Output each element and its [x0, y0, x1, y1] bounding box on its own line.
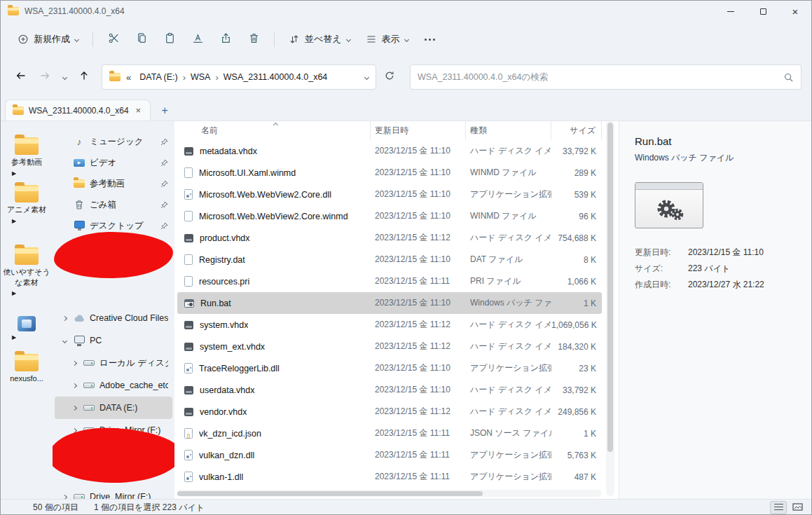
file-row[interactable]: Run.bat2023/12/15 金 11:10Windows バッチ ファ.…	[177, 292, 602, 314]
horizontal-scrollbar[interactable]	[177, 490, 602, 497]
breadcrumb-item[interactable]: DATA (E:)	[135, 70, 181, 84]
file-row[interactable]: Microsoft.Web.WebView2.Core.dll2023/12/1…	[177, 184, 602, 205]
address-bar: « DATA (E:)›WSA›WSA_2311.40000.4.0_x64	[1, 57, 811, 97]
file-row[interactable]: vulkan_dzn.dll2023/12/15 金 11:11アプリケーション…	[177, 444, 602, 466]
file-row[interactable]: Microsoft.Web.WebView2.Core.winmd2023/12…	[177, 205, 602, 227]
chevron-right-icon[interactable]	[62, 315, 67, 320]
chevron-right-icon[interactable]	[71, 360, 76, 365]
sidebar-item[interactable]: Drive_Miror (F:)	[55, 486, 172, 499]
sidebar-item-label: ローカル ディスク (C:)	[99, 357, 168, 369]
new-tab-button[interactable]: +	[155, 101, 174, 121]
file-row[interactable]: TraceReloggerLib.dll2023/12/15 金 11:10アプ…	[177, 357, 602, 379]
scrollbar-thumb[interactable]	[607, 123, 613, 452]
column-header-size[interactable]: サイズ	[551, 121, 602, 140]
scrollbar-thumb[interactable]	[177, 491, 483, 496]
breadcrumb-item[interactable]: WSA	[186, 70, 214, 84]
cut-button[interactable]	[100, 27, 127, 51]
desktop-icon	[74, 221, 85, 228]
expander-icon[interactable]: ▶	[12, 290, 16, 296]
folder-icon	[109, 73, 121, 81]
item-count: 50 個の項目	[33, 502, 78, 514]
file-date: 2023/12/15 金 11:12	[371, 341, 466, 352]
desktop-item-label: アニメ素材	[7, 205, 46, 215]
file-name: product.vhdx	[200, 233, 250, 243]
file-row[interactable]: product.vhdx2023/12/15 金 11:12ハード ディスク イ…	[177, 227, 602, 249]
chevron-right-icon[interactable]	[71, 383, 76, 387]
file-row[interactable]: userdata.vhdx2023/12/15 金 11:10ハード ディスク …	[177, 379, 602, 401]
search-input[interactable]	[418, 72, 779, 82]
preview-pane: Run.bat Windows バッチ ファイル	[619, 121, 811, 499]
tab-close-icon[interactable]: ×	[134, 106, 144, 115]
file-type: アプリケーション拡張	[466, 188, 551, 200]
back-button[interactable]	[11, 67, 32, 88]
expander-icon[interactable]: ▶	[12, 334, 16, 341]
copy-button[interactable]	[128, 27, 155, 51]
desktop-item[interactable]: 使いやすそうな素材▶	[2, 247, 51, 297]
file-row[interactable]: Registry.dat2023/12/15 金 11:10DAT ファイル8 …	[177, 249, 602, 270]
expander-icon[interactable]: ▶	[12, 218, 16, 224]
chevron-down-icon	[74, 36, 79, 41]
sidebar-item[interactable]: Adobe_cache_etc (D:	[55, 374, 172, 397]
minimize-button[interactable]	[715, 1, 747, 22]
sidebar-item[interactable]: ▶ビデオ	[55, 152, 172, 173]
more-button[interactable]	[417, 27, 443, 51]
view-button[interactable]: 表示	[359, 27, 415, 51]
pin-icon[interactable]	[160, 180, 168, 188]
sidebar-item[interactable]: ごみ箱	[55, 194, 172, 215]
sidebar-item[interactable]: ♪ミュージック	[55, 131, 172, 152]
paste-button[interactable]	[156, 27, 183, 51]
desktop-item[interactable]: ▶	[2, 316, 51, 341]
file-date: 2023/12/15 金 11:12	[371, 406, 466, 418]
breadcrumb-item[interactable]: WSA_2311.40000.4.0_x64	[219, 70, 332, 84]
file-row[interactable]: system_ext.vhdx2023/12/15 金 11:12ハード ディス…	[177, 336, 602, 357]
thumbnail-view-button[interactable]	[789, 501, 806, 514]
file-row[interactable]: {}vk_dzn_icd.json2023/12/15 金 11:11JSON …	[177, 423, 602, 444]
column-header-date[interactable]: 更新日時	[371, 121, 466, 140]
cloud-icon	[74, 315, 85, 322]
refresh-button[interactable]	[379, 67, 400, 88]
expander-icon[interactable]: ▶	[12, 170, 16, 177]
breadcrumb-dropdown-icon[interactable]	[364, 74, 369, 79]
up-button[interactable]	[74, 67, 95, 88]
file-row[interactable]: vendor.vhdx2023/12/15 金 11:12ハード ディスク イメ…	[177, 401, 602, 423]
maximize-button[interactable]	[747, 1, 779, 22]
sidebar-item[interactable]: Creative Cloud Files	[55, 307, 172, 329]
file-row[interactable]: system.vhdx2023/12/15 金 11:12ハード ディスク イメ…	[177, 314, 602, 336]
rename-button[interactable]	[184, 27, 211, 51]
pin-icon[interactable]	[160, 159, 168, 167]
pin-icon[interactable]	[160, 201, 168, 209]
desktop-item[interactable]: nexusfo...	[2, 354, 51, 384]
disk-image-file-icon	[184, 408, 193, 416]
file-row[interactable]: vulkan-1.dll2023/12/15 金 11:11アプリケーション拡張…	[177, 466, 602, 488]
chevron-right-icon[interactable]	[71, 405, 76, 410]
chevron-down-icon[interactable]	[62, 338, 67, 343]
vertical-scrollbar[interactable]	[606, 121, 614, 496]
chevron-right-icon[interactable]	[62, 494, 67, 499]
close-button[interactable]: ×	[779, 1, 811, 22]
new-button[interactable]: 新規作成	[11, 27, 85, 51]
file-row[interactable]: Microsoft.UI.Xaml.winmd2023/12/15 金 11:1…	[177, 162, 602, 184]
desktop-item[interactable]: アニメ素材▶	[2, 185, 51, 224]
sort-button[interactable]: 並べ替え	[282, 27, 357, 51]
sidebar-item[interactable]: 参考動画	[55, 173, 172, 194]
details-view-button[interactable]	[770, 501, 787, 514]
toolbar-separator	[274, 32, 275, 47]
history-dropdown-button[interactable]	[58, 67, 71, 88]
pin-icon[interactable]	[160, 222, 168, 230]
file-row[interactable]: resources.pri2023/12/15 金 11:11PRI ファイル1…	[177, 270, 602, 292]
breadcrumb-collapse[interactable]: «	[121, 72, 135, 83]
file-size: 1 K	[551, 429, 602, 439]
sidebar-item[interactable]: ローカル ディスク (C:)	[55, 352, 172, 374]
column-header-type[interactable]: 種類	[466, 121, 551, 140]
sidebar-item[interactable]: PC	[55, 329, 172, 352]
file-row[interactable]: metadata.vhdx2023/12/15 金 11:10ハード ディスク …	[177, 140, 602, 162]
forward-button[interactable]	[34, 67, 55, 88]
sidebar-item[interactable]: DATA (E:)	[55, 397, 172, 419]
sidebar-item-label: Drive_Miror (F:)	[90, 492, 151, 499]
column-header-name[interactable]: 名前	[177, 121, 371, 140]
share-button[interactable]	[212, 27, 239, 51]
desktop-item[interactable]: 参考動画▶	[2, 137, 51, 177]
tab-active[interactable]: WSA_2311.40000.4.0_x64 ×	[5, 99, 151, 121]
pin-icon[interactable]	[160, 138, 168, 146]
delete-button[interactable]	[240, 27, 267, 51]
